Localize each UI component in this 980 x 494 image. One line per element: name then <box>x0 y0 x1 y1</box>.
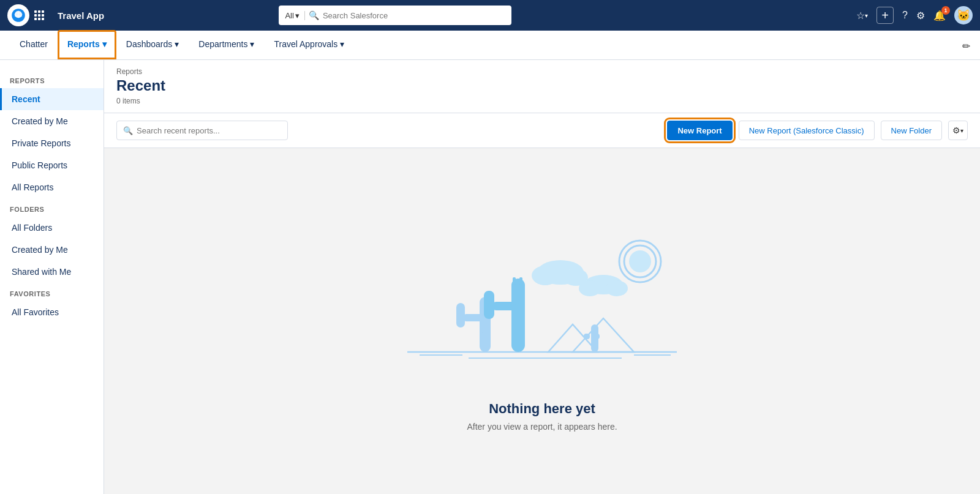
sidebar-item-folders-created-by-me[interactable]: Created by Me <box>0 239 104 261</box>
sidebar-item-all-folders[interactable]: All Folders <box>0 217 104 239</box>
add-button[interactable]: + <box>876 7 894 24</box>
notification-badge: 1 <box>941 6 950 15</box>
nav-item-chatter[interactable]: Chatter <box>10 30 58 59</box>
sidebar-item-recent[interactable]: Recent <box>0 88 104 110</box>
sidebar-section-favorites: FAVORITES <box>0 283 104 301</box>
svg-rect-18 <box>594 334 600 339</box>
svg-point-20 <box>532 266 559 285</box>
reports-search-bar[interactable]: 🔍 <box>116 121 288 140</box>
svg-marker-28 <box>548 324 597 352</box>
app-name-label: Travel App <box>58 10 104 21</box>
settings-button[interactable]: ⚙ <box>916 10 925 21</box>
svg-point-23 <box>579 280 601 296</box>
chevron-down-icon: ▾ <box>295 11 300 20</box>
sidebar-item-private-reports[interactable]: Private Reports <box>0 132 104 154</box>
global-search-bar[interactable]: All ▾ 🔍 <box>279 6 511 25</box>
chevron-down-icon: ▾ <box>960 127 963 134</box>
sidebar-item-all-favorites[interactable]: All Favorites <box>0 301 104 323</box>
settings-dropdown-button[interactable]: ⚙ ▾ <box>948 121 968 140</box>
nav-icons-group: ☆▾ + ? ⚙ 🔔 1 🐱 <box>856 6 973 24</box>
svg-point-27 <box>629 250 651 272</box>
sidebar-section-reports: REPORTS <box>0 70 104 88</box>
search-scope-selector[interactable]: All ▾ <box>285 11 304 20</box>
empty-state-subtitle: After you view a report, it appears here… <box>467 422 617 432</box>
notifications-button[interactable]: 🔔 1 <box>933 10 946 21</box>
svg-rect-15 <box>519 277 522 285</box>
search-icon: 🔍 <box>309 10 319 20</box>
edit-nav-icon[interactable]: ✏ <box>962 40 970 52</box>
main-content: Reports Recent 0 items 🔍 New Report New … <box>104 60 980 494</box>
svg-rect-13 <box>514 303 525 331</box>
app-launcher-icon[interactable] <box>34 10 43 20</box>
empty-state-title: Nothing here yet <box>489 401 595 417</box>
chevron-down-icon: ▾ <box>340 39 344 49</box>
items-count: 0 items <box>116 94 968 113</box>
svg-rect-8 <box>456 303 465 327</box>
nav-item-dashboards[interactable]: Dashboards ▾ <box>116 30 189 59</box>
nav-item-reports[interactable]: Reports ▾ <box>58 30 116 59</box>
sidebar-item-all-reports[interactable]: All Reports <box>0 176 104 198</box>
top-navigation: Travel App All ▾ 🔍 ☆▾ + ? ⚙ 🔔 1 🐱 <box>0 0 980 31</box>
favorites-button[interactable]: ☆▾ <box>856 10 868 21</box>
sidebar-item-created-by-me[interactable]: Created by Me <box>0 110 104 132</box>
sidebar: REPORTS Recent Created by Me Private Rep… <box>0 60 104 494</box>
gear-icon: ⚙ <box>952 125 960 135</box>
app-navigation: Chatter Reports ▾ Dashboards ▾ Departmen… <box>0 31 980 60</box>
main-toolbar: 🔍 New Report New Report (Salesforce Clas… <box>104 113 980 148</box>
user-avatar[interactable]: 🐱 <box>954 6 973 24</box>
sidebar-section-folders: FOLDERS <box>0 198 104 217</box>
empty-state-illustration <box>389 211 695 383</box>
breadcrumb: Reports <box>116 67 968 76</box>
global-search-input[interactable] <box>323 11 506 20</box>
content-area: REPORTS Recent Created by Me Private Rep… <box>0 60 980 494</box>
nav-item-travel-approvals[interactable]: Travel Approvals ▾ <box>264 30 354 59</box>
main-header: Reports Recent 0 items <box>104 60 980 113</box>
svg-point-24 <box>606 280 628 296</box>
new-report-classic-button[interactable]: New Report (Salesforce Classic) <box>739 121 875 140</box>
chevron-down-icon: ▾ <box>250 39 254 49</box>
chevron-down-icon: ▾ <box>102 39 107 49</box>
svg-rect-12 <box>484 291 494 319</box>
svg-rect-14 <box>513 277 516 285</box>
new-report-button[interactable]: New Report <box>667 121 732 140</box>
search-icon: 🔍 <box>123 126 133 135</box>
reports-search-input[interactable] <box>137 126 281 135</box>
page-title: Recent <box>116 77 968 94</box>
help-button[interactable]: ? <box>902 10 908 21</box>
new-folder-button[interactable]: New Folder <box>881 121 942 140</box>
nav-item-departments[interactable]: Departments ▾ <box>189 30 264 59</box>
chevron-down-icon: ▾ <box>175 39 179 49</box>
sidebar-item-public-reports[interactable]: Public Reports <box>0 154 104 176</box>
empty-state: Nothing here yet After you view a report… <box>104 148 980 494</box>
sidebar-item-shared-with-me[interactable]: Shared with Me <box>0 261 104 283</box>
app-logo[interactable] <box>7 4 29 26</box>
